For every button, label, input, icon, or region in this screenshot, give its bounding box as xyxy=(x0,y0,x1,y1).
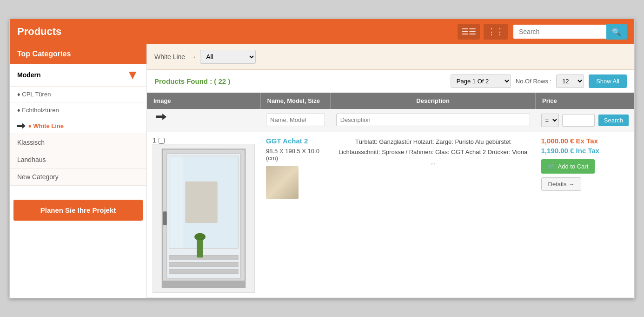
project-button[interactable]: Planen Sie Ihre Projekt xyxy=(13,200,143,221)
filter-bar: White Line → All Option 1 Option 2 xyxy=(147,44,634,70)
filter-arrow-right-icon xyxy=(156,114,166,120)
sidebar-item-cpl-turen[interactable]: ♦ CPL Türen xyxy=(10,87,146,102)
list-view-button[interactable]: ☰☰ xyxy=(458,24,480,40)
products-found-bar: Products Found : ( 22 ) Page 1 Of 2 Page… xyxy=(147,70,634,93)
sidebar-item-klassisch[interactable]: Klassisch xyxy=(10,134,146,151)
main-content: White Line → All Option 1 Option 2 Produ… xyxy=(147,44,634,298)
product-description-cell: Türblatt: Ganzglastür Holzart: Zarge: Pu… xyxy=(331,132,536,298)
svg-rect-12 xyxy=(162,281,245,288)
price-ex-tax: 1,000.00 € Ex Tax xyxy=(541,137,629,145)
row-number-wrap: 1 xyxy=(153,137,255,144)
rows-select[interactable]: 12 24 48 xyxy=(556,74,584,88)
header-search-input[interactable] xyxy=(513,25,606,39)
rows-label: No.Of Rows : xyxy=(516,78,551,85)
pagination-controls: Page 1 Of 2 Page 2 Of 2 No.Of Rows : 12 … xyxy=(451,74,627,88)
new-category-label: New Category xyxy=(17,173,59,181)
row-checkbox[interactable] xyxy=(159,138,165,144)
product-name-link[interactable]: GGT Achat 2 xyxy=(266,137,308,145)
filter-select[interactable]: All Option 1 Option 2 xyxy=(200,50,256,64)
svg-rect-5 xyxy=(169,262,239,267)
filter-desc-input[interactable] xyxy=(336,114,530,126)
product-description: Türblatt: Ganzglastür Holzart: Zarge: Pu… xyxy=(336,137,530,168)
sidebar-item-cpl-label: ♦ CPL Türen xyxy=(17,91,51,98)
details-arrow-icon: → xyxy=(568,181,574,188)
details-label: Details xyxy=(548,181,567,188)
modern-label: Modern xyxy=(17,71,41,79)
view-toggle-icons: ☰☰ ⋮⋮ xyxy=(458,24,508,40)
filter-label-text: White Line xyxy=(154,53,185,61)
product-image xyxy=(153,144,255,293)
col-name-model-size: Name, Model, Size xyxy=(260,93,331,109)
table-row: 1 xyxy=(147,132,634,298)
product-thumb-inner xyxy=(266,166,299,199)
filter-search-button[interactable]: Search xyxy=(598,115,629,126)
grid-view-button[interactable]: ⋮⋮ xyxy=(484,24,508,40)
arrow-right-whiteline-icon xyxy=(17,123,26,129)
klassisch-label: Klassisch xyxy=(17,139,45,146)
col-price: Price xyxy=(536,93,634,109)
svg-rect-4 xyxy=(169,255,239,260)
product-image-cell: 1 xyxy=(147,132,260,298)
svg-rect-6 xyxy=(169,269,239,274)
product-price-cell: 1,000.00 € Ex Tax 1,190.00 € Inc Tax 🛒 A… xyxy=(536,132,634,298)
product-thumb xyxy=(266,166,299,199)
sidebar-item-modern[interactable]: Modern ▼ xyxy=(10,64,146,87)
header-search-wrap: 🔍 xyxy=(513,24,627,40)
price-inc-tax: 1,190.00 € Inc Tax xyxy=(541,147,629,155)
page-title: Products xyxy=(17,26,452,38)
svg-point-10 xyxy=(194,233,206,241)
sidebar-item-echtholz-label: ♦ Echtholztüren xyxy=(17,107,59,114)
col-image: Image xyxy=(147,93,260,109)
filter-cell-name xyxy=(260,109,331,132)
sidebar-item-whiteline[interactable]: ♦ White Line xyxy=(10,118,146,134)
svg-rect-8 xyxy=(185,182,217,223)
page-select[interactable]: Page 1 Of 2 Page 2 Of 2 xyxy=(451,74,511,88)
products-found-text: Products Found : ( 22 ) xyxy=(154,77,230,85)
svg-rect-11 xyxy=(169,156,183,248)
sidebar: Top Categories Modern ▼ ♦ CPL Türen ♦ Ec… xyxy=(10,44,147,298)
sidebar-item-echtholz[interactable]: ♦ Echtholztüren xyxy=(10,102,146,118)
filter-cell-price: = > < Search xyxy=(536,109,634,132)
filter-cell-image xyxy=(147,109,260,132)
product-table: Image Name, Model, Size Description Pric… xyxy=(147,93,634,298)
header-search-button[interactable]: 🔍 xyxy=(606,24,627,40)
sidebar-item-landhaus[interactable]: Landhaus xyxy=(10,151,146,169)
sidebar-title: Top Categories xyxy=(10,44,146,64)
cart-icon: 🛒 xyxy=(548,163,555,170)
filter-cell-desc xyxy=(331,109,536,132)
product-image-svg xyxy=(153,144,254,292)
svg-rect-7 xyxy=(163,211,167,225)
landhaus-label: Landhaus xyxy=(17,156,46,163)
add-to-cart-label: Add to Cart xyxy=(558,163,589,170)
filter-name-input[interactable] xyxy=(266,114,325,126)
sidebar-item-whiteline-label: ♦ White Line xyxy=(28,122,64,129)
sidebar-item-new-category[interactable]: New Category xyxy=(10,169,146,186)
add-to-cart-button[interactable]: 🛒 Add to Cart xyxy=(541,159,595,174)
filter-label: White Line → xyxy=(154,53,196,61)
product-size: 98.5 X 198.5 X 10.0 (cm) xyxy=(266,148,325,162)
filter-row: = > < Search xyxy=(147,109,634,132)
show-all-button[interactable]: Show All xyxy=(589,74,627,88)
filter-arrow: → xyxy=(190,53,196,61)
filter-price-input[interactable] xyxy=(562,114,595,127)
price-operator-select[interactable]: = > < xyxy=(541,114,559,127)
product-name-cell: GGT Achat 2 98.5 X 198.5 X 10.0 (cm) xyxy=(260,132,331,298)
col-description: Description xyxy=(331,93,536,109)
details-button[interactable]: Details → xyxy=(541,177,582,191)
row-number: 1 xyxy=(153,137,156,144)
down-arrow-icon: ▼ xyxy=(126,68,139,81)
